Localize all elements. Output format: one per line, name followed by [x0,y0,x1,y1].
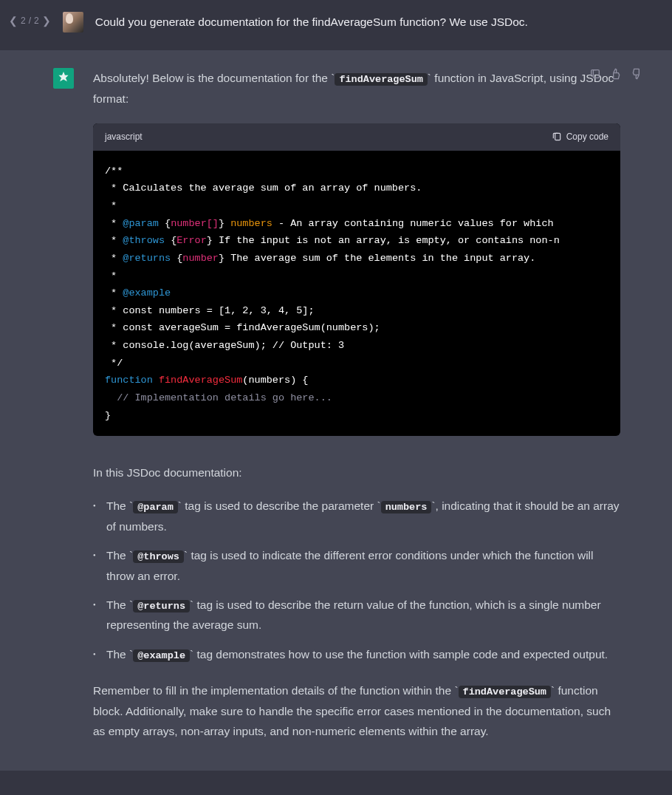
assistant-message-row: Absolutely! Below is the documentation f… [0,50,672,771]
explanation-heading: In this JSDoc documentation: [93,463,620,482]
list-item: ● The `@example` tag demonstrates how to… [93,644,620,665]
assistant-avatar [53,68,74,89]
inline-code: numbers [381,501,432,513]
clipboard-icon[interactable] [589,68,601,80]
clipboard-icon [552,132,562,142]
inline-code: @param [133,501,178,513]
thumbs-up-icon[interactable] [610,68,622,80]
inline-code: @throws [133,550,184,563]
inline-code: @example [133,649,190,662]
prev-message-chevron[interactable]: ❮ [9,15,18,27]
list-item: ● The `@returns` tag is used to describe… [93,595,620,635]
inline-code: findAverageSum [335,73,427,86]
assistant-content: Absolutely! Below is the documentation f… [93,68,620,741]
copy-code-button[interactable]: Copy code [552,129,608,145]
explanation-list: ● The `@param` tag is used to describe t… [93,496,620,664]
user-avatar [63,12,83,33]
svg-rect-0 [593,70,599,78]
user-message-row: ❮ 2 / 2 ❯ Could you generate documentati… [0,0,672,50]
thumbs-down-icon[interactable] [631,68,642,80]
message-pagination: ❮ 2 / 2 ❯ [9,12,51,27]
feedback-toolbar [589,68,642,80]
code-header: javascript Copy code [93,123,620,151]
copy-code-label: Copy code [566,129,608,145]
code-language-label: javascript [105,129,143,145]
list-item: ● The `@throws` tag is used to indicate … [93,545,620,586]
code-block: javascript Copy code /** * Calculates th… [93,123,620,436]
assistant-intro: Absolutely! Below is the documentation f… [93,68,620,109]
code-body[interactable]: /** * Calculates the average sum of an a… [93,151,620,436]
svg-rect-1 [555,134,560,140]
pagination-current: 2 [21,16,26,26]
inline-code: @returns [133,600,190,613]
list-item: ● The `@param` tag is used to describe t… [93,496,620,536]
inline-code: findAverageSum [459,686,551,698]
pagination-total: 2 [34,16,39,26]
next-message-chevron[interactable]: ❯ [42,15,51,27]
user-message-text: Could you generate documentation for the… [95,12,528,30]
closing-paragraph: Remember to fill in the implementation d… [93,680,620,741]
